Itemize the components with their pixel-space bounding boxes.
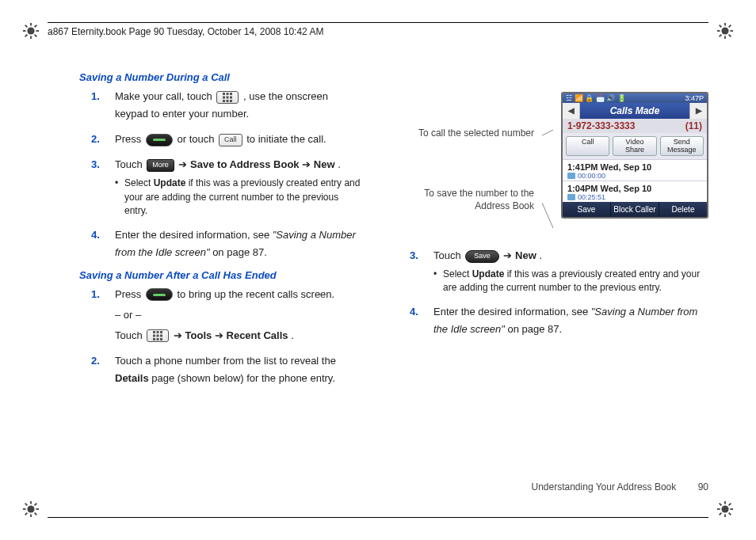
call-button-icon: Call bbox=[219, 134, 242, 146]
call-log-entry: 1:41PM Wed, Sep 10 00:00:00 bbox=[563, 159, 707, 181]
step-bold: Save to Address Book bbox=[190, 158, 300, 170]
step-text: Press bbox=[115, 288, 144, 300]
step-bold: New bbox=[515, 249, 536, 261]
svg-rect-49 bbox=[157, 335, 159, 337]
svg-line-23 bbox=[25, 504, 28, 506]
step-1: 1. Make your call, touch , use the onscr… bbox=[91, 88, 362, 123]
ornament-icon bbox=[716, 500, 734, 518]
step-4: 4. Enter the desired information, see "S… bbox=[91, 226, 362, 261]
step-text: on page 87. bbox=[212, 246, 267, 258]
phone-call-button: Call bbox=[566, 136, 609, 157]
step-text: ➔ bbox=[215, 329, 227, 341]
svg-rect-48 bbox=[153, 335, 155, 337]
step-text: . bbox=[338, 158, 341, 170]
svg-line-14 bbox=[720, 25, 722, 28]
step-text: on page 87. bbox=[508, 323, 563, 335]
outgoing-call-icon bbox=[567, 194, 575, 200]
step-text: . bbox=[291, 329, 294, 341]
svg-rect-40 bbox=[227, 96, 229, 98]
svg-line-15 bbox=[729, 35, 731, 37]
call-log-entry: 1:04PM Wed, Sep 10 00:25:51 bbox=[563, 181, 707, 202]
heading-saving-during-call: Saving a Number During a Call bbox=[79, 71, 362, 83]
step-text: or touch bbox=[177, 133, 217, 145]
step-text: Touch bbox=[115, 158, 145, 170]
svg-rect-45 bbox=[153, 331, 155, 333]
step-text: Press bbox=[115, 133, 144, 145]
page-number: 90 bbox=[698, 481, 708, 492]
step-text: ➔ bbox=[503, 249, 515, 261]
svg-rect-37 bbox=[227, 93, 229, 95]
softkey-block: Block Caller bbox=[611, 202, 659, 217]
step-3: 3. Touch More ➔ Save to Address Book ➔ N… bbox=[91, 156, 362, 218]
send-key-icon bbox=[146, 134, 173, 146]
svg-point-0 bbox=[27, 27, 34, 34]
step-bold: Details bbox=[115, 372, 149, 384]
svg-line-6 bbox=[35, 35, 37, 37]
figure-calls-made: To call the selected number To save the … bbox=[394, 76, 708, 234]
svg-point-9 bbox=[721, 27, 728, 34]
call-count: (11) bbox=[685, 120, 702, 131]
phone-video-share-button: Video Share bbox=[613, 136, 656, 157]
sub-bold: Update bbox=[472, 268, 505, 280]
step-text: ➔ bbox=[178, 158, 190, 170]
step-text: Make your call, touch bbox=[115, 90, 215, 102]
step-text: ➔ bbox=[302, 158, 314, 170]
svg-rect-50 bbox=[160, 335, 162, 337]
status-time: 3:47P bbox=[685, 94, 704, 102]
phone-send-message-button: Send Message bbox=[660, 136, 704, 157]
save-button-icon: Save bbox=[465, 250, 499, 263]
svg-rect-41 bbox=[230, 96, 232, 98]
svg-line-7 bbox=[25, 35, 28, 37]
svg-line-16 bbox=[720, 35, 722, 37]
svg-rect-42 bbox=[223, 100, 225, 102]
step-bold: New bbox=[314, 158, 335, 170]
step-3: 3. Touch Save ➔ New . Select Update if t… bbox=[410, 247, 708, 295]
more-button-icon: More bbox=[147, 159, 174, 172]
svg-rect-38 bbox=[230, 93, 232, 95]
svg-rect-53 bbox=[160, 338, 162, 340]
step-number: 4. bbox=[410, 303, 418, 321]
ornament-icon bbox=[22, 22, 40, 40]
dial-keypad-icon bbox=[216, 91, 239, 104]
send-key-icon bbox=[146, 288, 173, 301]
step-text: ➔ bbox=[174, 329, 185, 341]
callout-save-number: To save the number to the Address Book bbox=[411, 187, 534, 212]
softkey-save: Save bbox=[563, 202, 611, 217]
step-2: 2. Touch a phone number from the list to… bbox=[91, 352, 362, 387]
callout-call-number: To call the selected number bbox=[411, 127, 534, 139]
svg-line-24 bbox=[35, 513, 37, 515]
sub-bold: Update bbox=[154, 177, 186, 188]
sub-step: Select Update if this was a previously c… bbox=[115, 177, 362, 218]
svg-rect-51 bbox=[153, 338, 155, 340]
ornament-icon bbox=[716, 22, 734, 40]
step-bold: Recent Calls bbox=[227, 329, 288, 341]
svg-line-26 bbox=[35, 504, 37, 506]
svg-point-27 bbox=[721, 505, 728, 512]
svg-line-33 bbox=[729, 513, 731, 515]
svg-rect-47 bbox=[160, 331, 162, 333]
svg-line-34 bbox=[720, 513, 722, 515]
step-text: Enter the desired information, see bbox=[115, 229, 273, 241]
sub-text: Select bbox=[124, 177, 154, 188]
phone-screenshot: ☳ 📶 🔒 📩 🔊 🔋 3:47P ◀ Calls Made ▶ 1-972-3… bbox=[561, 92, 708, 219]
step-text: Touch a phone number from the list to re… bbox=[115, 355, 336, 367]
svg-rect-44 bbox=[230, 100, 232, 102]
svg-line-35 bbox=[729, 504, 731, 506]
step-number: 3. bbox=[91, 156, 100, 173]
entry-time: 1:04PM Wed, Sep 10 bbox=[567, 184, 702, 193]
softkey-delete: Delete bbox=[659, 202, 707, 217]
entry-time: 1:41PM Wed, Sep 10 bbox=[567, 162, 702, 172]
entry-duration: 00:25:51 bbox=[578, 193, 605, 201]
sub-text: Select bbox=[443, 268, 472, 280]
step-text: to initiate the call. bbox=[246, 133, 326, 145]
step-1: 1. Press to bring up the recent calls sc… bbox=[91, 286, 362, 344]
step-number: 1. bbox=[91, 286, 100, 303]
status-icons: ☳ 📶 🔒 📩 🔊 🔋 bbox=[566, 94, 626, 102]
svg-line-55 bbox=[542, 203, 553, 228]
menu-grid-icon bbox=[147, 329, 169, 342]
step-4: 4. Enter the desired information, see "S… bbox=[410, 303, 708, 338]
svg-rect-46 bbox=[157, 331, 159, 333]
svg-line-8 bbox=[35, 25, 37, 28]
heading-saving-after-call: Saving a Number After a Call Has Ended bbox=[79, 269, 362, 281]
svg-line-5 bbox=[25, 25, 28, 28]
